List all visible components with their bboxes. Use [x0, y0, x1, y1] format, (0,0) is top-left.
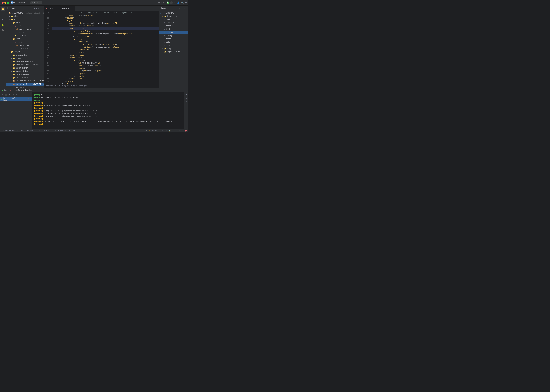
- sync-icon[interactable]: ↻: [34, 7, 35, 9]
- tree-item-maven-archiver[interactable]: ▶ 📁 maven-archiver: [6, 66, 44, 70]
- maven-check-icon[interactable]: ✓: [178, 7, 179, 9]
- close-run-button[interactable]: ✕: [15, 93, 18, 96]
- tree-item-idea[interactable]: ▶ 📁 .idea: [6, 15, 44, 18]
- gear-icon[interactable]: ⚙: [40, 7, 41, 9]
- close-icon[interactable]: ✕: [37, 7, 39, 9]
- branch-selector[interactable]: ⎇ master ▾: [30, 1, 42, 4]
- tree-item-test[interactable]: ▾ 📁 test: [6, 37, 44, 41]
- tab-hellomaven-package[interactable]: m helloMaven2 [package] ✕: [9, 88, 38, 92]
- tree-item-maintest[interactable]: ▶ C MainTest: [6, 47, 44, 50]
- close-button[interactable]: [2, 2, 4, 4]
- console-button[interactable]: 🖥: [12, 93, 15, 96]
- maven-plugins[interactable]: ▶ 📁 Plugins: [159, 47, 188, 50]
- run-button[interactable]: ▶: [166, 1, 169, 4]
- maven-refresh-icon[interactable]: ↻: [179, 7, 180, 9]
- maven-phase-compile[interactable]: ⊙ compile: [159, 24, 188, 28]
- status-indent[interactable]: 🔒: [169, 130, 171, 132]
- tree-item-main-class[interactable]: ▶ C Main: [6, 31, 44, 34]
- console-filter-icon[interactable]: ⊟: [185, 97, 188, 99]
- tree-item-gen-test-sources[interactable]: ▶ 📁 generated-test-sources: [6, 63, 44, 66]
- maven-phase-test[interactable]: ⊙ test: [159, 28, 188, 31]
- tree-arrow: ▾: [9, 19, 11, 21]
- console-list-icon[interactable]: ☰: [185, 93, 188, 96]
- maven-project[interactable]: m helloMaven2 ●: [159, 12, 188, 15]
- tree-item-org-example[interactable]: ▾ 📦 org.example: [6, 28, 44, 31]
- maven-more-icon[interactable]: ⋮: [185, 7, 187, 9]
- settings-icon[interactable]: ⚙: [186, 1, 187, 4]
- status-encoding[interactable]: UTF-8: [162, 130, 167, 132]
- tree-item-gen-sources[interactable]: ▶ 📁 generated-sources: [6, 60, 44, 63]
- rerun-button[interactable]: ↺: [1, 93, 4, 96]
- console-area[interactable]: [INFO] Total time: 0.884 s [INFO] Finish…: [32, 92, 184, 129]
- tree-item-test-org[interactable]: ▾ 📦 org.example: [6, 44, 44, 47]
- maven-phase-package[interactable]: ⊙ package: [159, 31, 188, 34]
- debug-icon[interactable]: 🐛: [0, 23, 5, 27]
- status-share-icon[interactable]: ↗: [182, 130, 183, 132]
- bottom-tab-close[interactable]: ✕: [36, 89, 36, 91]
- debug-button[interactable]: 🐛: [170, 1, 173, 4]
- window-controls[interactable]: [2, 2, 9, 4]
- tree-label: generated-test-sources: [16, 64, 39, 66]
- status-settings-icon[interactable]: ⚙: [146, 130, 147, 132]
- package-icon: 📦: [16, 44, 19, 47]
- tab-run[interactable]: ▶ Run: [0, 88, 9, 92]
- maven-phase-site[interactable]: ⊙ site: [159, 41, 188, 44]
- tree-item-java[interactable]: ▾ ☕ java: [6, 24, 44, 28]
- run-icon[interactable]: ▶: [0, 17, 5, 22]
- tree-item-jar1[interactable]: ▶ 📦 helloMaven2-1.0-SNAPSHOT.jar: [6, 79, 44, 83]
- tree-item-jar2[interactable]: ▶ 📦 helloMaven2-1.0-SNAPSHOT-jar-with-de…: [6, 83, 44, 86]
- suspend-button[interactable]: ⏸: [8, 93, 11, 96]
- status-line-col[interactable]: 41:32: [152, 130, 157, 132]
- maven-phase-validate[interactable]: ⊙ validate: [159, 21, 188, 24]
- tree-item-maven-status[interactable]: ▶ 📁 maven-status: [6, 70, 44, 73]
- tree-item-archive-tmp[interactable]: ▶ 📁 archive-tmp: [6, 54, 44, 57]
- profile-icon[interactable]: 👤: [177, 1, 180, 4]
- maximize-button[interactable]: [7, 2, 9, 4]
- maven-phase-install[interactable]: ⊙ install: [159, 37, 188, 41]
- tree-item-test-classes[interactable]: ▶ 📁 test-classes: [6, 76, 44, 79]
- maven-lifecycle[interactable]: ▾ 📁 Lifecycle: [159, 15, 188, 18]
- tree-item-test-java[interactable]: ▾ ☕ java: [6, 41, 44, 44]
- minimize-button[interactable]: [4, 2, 6, 4]
- maven-phase-deploy[interactable]: ⊙ deploy: [159, 44, 188, 47]
- run-config: MainTest ▶ 🐛 ⋮: [158, 1, 175, 4]
- maven-phase-verify[interactable]: ⊙ verify: [159, 34, 188, 37]
- project-icon[interactable]: 📁: [0, 7, 5, 12]
- tree-item-classes[interactable]: ▶ 📁 classes: [6, 57, 44, 60]
- more-tools-icon[interactable]: ⋯: [0, 82, 5, 86]
- folder-icon: 📁: [164, 51, 166, 53]
- expand-icon[interactable]: ⇅: [36, 7, 37, 9]
- status-path: helloMaven2 > target > helloMaven2-1.0-S…: [5, 130, 76, 132]
- code-area[interactable]: <!-- JUnit 5 requires Surefire version 2…: [50, 11, 159, 84]
- status-indent-label[interactable]: 4 spaces: [173, 130, 181, 132]
- run-list-item[interactable]: ✓ helloMaven2 [pac 1 sec, 526 ms: [0, 98, 32, 101]
- more-icon[interactable]: ⋮: [174, 2, 175, 4]
- tree-label: MainTest: [21, 48, 29, 50]
- settings-run-button[interactable]: ⋮: [19, 93, 22, 96]
- folder-icon: 📁: [13, 57, 15, 60]
- search-icon[interactable]: 🔍: [181, 1, 184, 4]
- code-line: <goal>single</goal>: [52, 70, 159, 72]
- maven-phase-clean[interactable]: ⊙ clean: [159, 18, 188, 21]
- tree-item-gitignore[interactable]: ▶ 🚫 .gitignore: [6, 86, 44, 88]
- tree-item-surefire[interactable]: ▶ 📁 surefire-reports: [6, 73, 44, 76]
- maven-run-icon[interactable]: ▶: [184, 7, 185, 9]
- git-icon[interactable]: ⎇: [0, 12, 5, 17]
- maven-add-icon[interactable]: +: [182, 7, 183, 9]
- tree-item-target[interactable]: ▾ 📁 target: [6, 50, 44, 54]
- tree-item-main[interactable]: ▾ 📁 main: [6, 21, 44, 24]
- status-line-ending[interactable]: LF: [159, 130, 160, 132]
- folder-icon: 📁: [13, 70, 15, 72]
- tab-more-button[interactable]: ⋮: [155, 9, 159, 11]
- tree-item-resources[interactable]: ▶ 📁 resources: [6, 34, 44, 37]
- tree-item-src[interactable]: ▾ 📁 src: [6, 18, 44, 21]
- stop-button[interactable]: ⬛: [5, 93, 8, 96]
- tree-item-hellomaven2[interactable]: ▾ 📦 helloMaven2 ~/Desktop/CS/JavaEE/1 Ja…: [6, 12, 44, 15]
- maven-dependencies[interactable]: ▶ 📁 Dependencies: [159, 50, 188, 54]
- console-clear-icon[interactable]: 🗑: [185, 100, 188, 103]
- plugins-icon[interactable]: 🔌: [0, 28, 5, 33]
- maven-download-icon[interactable]: ↓: [181, 7, 182, 9]
- tab-pom-xml[interactable]: m pom.xml (helloMaven2) ✕: [44, 6, 75, 11]
- tab-close-button[interactable]: ✕: [71, 7, 73, 10]
- minimize-panel-icon[interactable]: −: [42, 7, 43, 9]
